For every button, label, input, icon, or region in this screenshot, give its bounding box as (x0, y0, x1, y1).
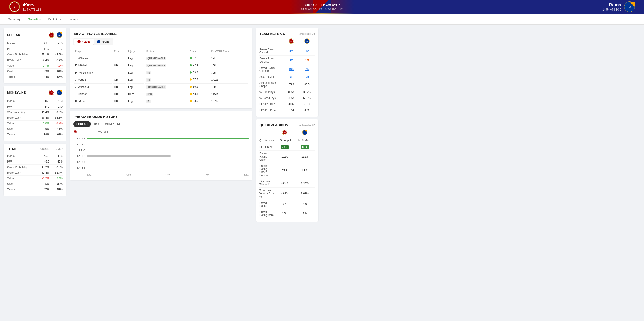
moneyline-card: MONEYLINE SF LA Market (4, 86, 66, 141)
metric-row-3: SOS Played 9th 17th (260, 74, 315, 80)
odds-btn-ou[interactable]: O/U (91, 121, 102, 127)
spread-49ers-logo: SF (48, 32, 54, 38)
spread-rows: Market +3.5 -3.5 PFF +2.7 -2.7 Cover Pro… (7, 41, 62, 80)
injury-pos-4: HB (113, 84, 126, 90)
team-metrics-ranks: Ranks out of 32 (298, 32, 315, 35)
ml-row-cash: Cash 89% 11% (7, 126, 62, 132)
qb-val-7-1[interactable]: 17th (274, 212, 295, 215)
chart-bar-area-5 (87, 167, 249, 168)
injury-injury-4: Leg (127, 84, 144, 90)
metric-row-5: % Run Plays 46.5% 39.2% (260, 89, 315, 95)
injury-grade-0: 97.8 (188, 55, 210, 62)
chart-bar-green-0 (87, 138, 249, 139)
svg-text:SF: SF (74, 132, 76, 133)
home-team-name: 49ers (23, 2, 42, 8)
qb-comparison-title: QB COMPARISON (260, 123, 288, 127)
injuries-title: IMPACT PLAYER INJURIES (73, 32, 249, 36)
legend-green-line (81, 132, 88, 132)
injury-status-2: IR (145, 69, 188, 76)
injury-pos-0: T (113, 55, 126, 62)
tab-summary[interactable]: Summary (4, 14, 24, 24)
metric-val-7-1: -0.07 (284, 102, 299, 106)
injury-grade-5: 58.1 (188, 90, 210, 97)
injury-row-3: J. Verrett CB Leg IR 67.6 141st (74, 76, 248, 83)
svg-text:SF: SF (290, 41, 292, 42)
chart-row-2: LA -3 (73, 149, 249, 152)
total-row-tickets: Tickets 47% 53% (7, 187, 62, 192)
status-badge-1: QUESTIONABLE (146, 64, 166, 67)
injury-rank-5: 115th (210, 90, 248, 97)
metric-val-4-2: 65.5 (299, 83, 315, 86)
toggle-49ers[interactable]: SF 49ERS (74, 39, 94, 45)
injury-table: Player Pos Injury Status Grade Pos WAR R… (73, 48, 249, 105)
odds-btn-spread[interactable]: SPREAD (73, 121, 91, 127)
spread-row-cash: Cash 39% 61% (7, 69, 62, 74)
qb-val-7-2[interactable]: 7th (295, 212, 315, 215)
metric-val-0-2[interactable]: 2nd (299, 50, 315, 52)
x-label-0: 1/24 (87, 174, 92, 176)
qb-row-6: Power Rating 2.5 6.0 (260, 200, 315, 209)
toggle-rams[interactable]: LA RAMS (94, 39, 113, 45)
qb-val-2-1: 102.0 (274, 155, 295, 158)
spread-row-breakeven: Break Even 52.4% 52.4% (7, 58, 62, 63)
metric-val-4-1: 65.3 (284, 83, 299, 86)
total-row-cover: Cover Probability 47.2% 52.8% (7, 164, 62, 170)
metric-val-2-2[interactable]: 7th (299, 68, 315, 71)
svg-text:SF: SF (13, 5, 16, 9)
injury-row-5: T. Cannon HB Head IR-R 58.1 115th (74, 90, 248, 97)
qb-row-3: Passer Rating Under Pressure 74.8 81.6 (260, 163, 315, 178)
injuries-card: IMPACT PLAYER INJURIES SF 49ERS LA RAMS (70, 28, 252, 108)
grade-val-2: 69.8 (193, 71, 198, 74)
odds-btn-moneyline[interactable]: MONEYLINE (102, 121, 124, 127)
grade-val-3: 67.6 (193, 78, 198, 81)
metric-row-2: Power Rank: Offense 10th 7th (260, 65, 315, 74)
metric-val-6-1: 53.5% (284, 96, 299, 100)
injury-grade-1: 77.4 (188, 62, 210, 69)
injury-grade-2: 69.8 (188, 69, 210, 76)
qb-val-3-2: 81.6 (295, 169, 315, 172)
qb-row-grade: PFF Grade 73.9 83.4 (260, 144, 315, 151)
under-label: UNDER (36, 148, 49, 150)
toggle-rams-icon: LA (97, 40, 100, 44)
legend-market-label: MARKET (98, 130, 108, 133)
49ers-logo: SF (9, 1, 20, 12)
injury-rank-3: 141st (210, 76, 248, 83)
grade-dot-6 (190, 100, 192, 102)
metric-val-5-1: 46.5% (284, 90, 299, 94)
game-location: Inglewood, CA (300, 8, 316, 10)
metric-val-3-2[interactable]: 17th (299, 75, 315, 78)
col-pos: Pos (113, 49, 126, 54)
tab-best-bets[interactable]: Best Bets (45, 14, 64, 24)
status-badge-6: IR (146, 100, 151, 103)
injury-pos-1: HB (113, 62, 126, 69)
qb-49ers-logo: SF (282, 130, 288, 135)
metric-val-3-1[interactable]: 9th (284, 75, 299, 78)
injury-row-1: E. Mitchell HB Leg QUESTIONABLE 77.4 15t… (74, 62, 248, 69)
metric-val-2-1[interactable]: 10th (284, 68, 299, 71)
qb-row-4: Big-Time Throw % 2.00% 5.46% (260, 178, 315, 188)
qb-rows: Quarterback J. Garoppolo M. Stafford PFF… (260, 138, 315, 218)
chart-row-5: LA -3.6 (73, 166, 249, 169)
metric-row-7: EPA Per Run -0.07 -0.19 (260, 101, 315, 107)
tab-lineups[interactable]: Lineups (64, 14, 82, 24)
injury-player-3: J. Verrett (74, 76, 112, 83)
chart-bar-area-2 (87, 149, 249, 151)
x-label-4: 1/26 (244, 174, 249, 176)
injury-rank-0: 1st (210, 55, 248, 62)
svg-text:LA: LA (304, 132, 306, 134)
x-label-2: 1/25 (165, 174, 170, 176)
chart-label-4: LA -3.4 (73, 160, 87, 163)
metric-val-0-1[interactable]: 3rd (284, 50, 299, 52)
qb-rams-logo: LA (302, 130, 308, 135)
grade-val-6: 58.0 (193, 100, 198, 102)
status-badge-0: QUESTIONABLE (146, 57, 166, 60)
chart-label-0: LA -2.6 (73, 137, 87, 140)
injury-injury-0: Leg (127, 55, 144, 62)
metric-row-1: Power Rank: Defense 4th 1st (260, 56, 315, 65)
metric-val-1-2[interactable]: 1st (299, 58, 315, 62)
metric-val-8-2: 0.22 (299, 109, 315, 112)
metric-val-1-1[interactable]: 4th (284, 58, 299, 62)
tab-greenline[interactable]: Greenline (24, 14, 45, 24)
metric-row-4: Avg Offensive Snaps 65.3 65.5 (260, 80, 315, 89)
spread-card: SPREAD SF LA Market (4, 28, 66, 83)
